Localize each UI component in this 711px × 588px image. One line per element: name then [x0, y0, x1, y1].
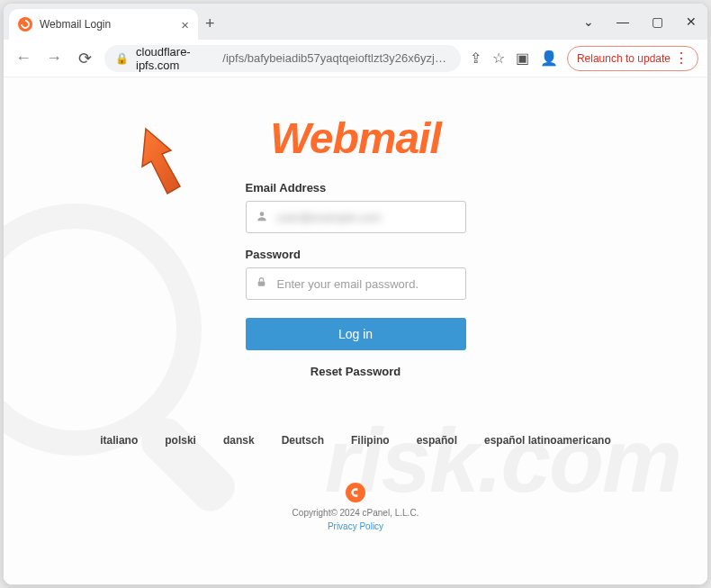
extensions-icon[interactable]: ▣ [516, 50, 529, 67]
share-icon[interactable]: ⇪ [470, 50, 482, 67]
nav-reload-button[interactable]: ⟳ [74, 49, 95, 68]
password-input-wrap[interactable] [246, 267, 466, 300]
user-icon [247, 210, 277, 225]
tab-close-icon[interactable]: × [181, 17, 189, 32]
reset-password-link[interactable]: Reset Password [310, 365, 400, 378]
lang-link[interactable]: Deutsch [282, 434, 324, 447]
lang-link[interactable]: dansk [223, 434, 255, 447]
window-minimize-button[interactable]: — [614, 14, 632, 29]
relaunch-label: Relaunch to update [577, 52, 670, 65]
address-bar[interactable]: 🔒 cloudflare-ipfs.com/ipfs/bafybeiadib57… [104, 45, 461, 72]
lang-link[interactable]: italiano [100, 434, 138, 447]
favicon-cpanel-icon [18, 17, 32, 32]
copyright-line: Copyright© 2024 cPanel, L.L.C. [292, 508, 419, 518]
copyright-text: Copyright© 2024 cPanel, L.L.C. Privacy P… [292, 506, 419, 533]
profile-icon[interactable]: 👤 [540, 50, 558, 67]
tab-title: Webmail Login [40, 18, 174, 31]
lock-field-icon [247, 276, 277, 291]
url-path: /ipfs/bafybeiadib57yaqtqeioftlzt3y26x6yz… [222, 51, 450, 65]
lang-link[interactable]: Filipino [351, 434, 390, 447]
privacy-link[interactable]: Privacy Policy [328, 521, 383, 531]
menu-dots-icon: ⋮ [674, 51, 688, 66]
lang-link[interactable]: polski [165, 434, 196, 447]
tab-list-dropdown-icon[interactable]: ⌄ [580, 14, 598, 29]
toolbar-icons: ⇪ ☆ ▣ 👤 [470, 50, 558, 67]
email-label: Email Address [246, 181, 466, 194]
relaunch-button[interactable]: Relaunch to update ⋮ [567, 46, 698, 71]
email-field[interactable] [277, 202, 465, 232]
login-page: Webmail Email Address Password Lo [4, 77, 707, 584]
new-tab-button[interactable]: + [205, 14, 215, 33]
password-label: Password [246, 248, 466, 261]
language-row: italiano polski dansk Deutsch Filipino e… [100, 434, 610, 447]
titlebar: Webmail Login × + ⌄ — ▢ ✕ [4, 4, 707, 40]
window-close-button[interactable]: ✕ [682, 14, 700, 29]
browser-window: Webmail Login × + ⌄ — ▢ ✕ ← → ⟳ 🔒 cloudf… [3, 3, 708, 585]
svg-point-0 [259, 212, 264, 216]
svg-rect-1 [258, 281, 266, 285]
page-content: risk.com Webmail Email Address Password [4, 77, 707, 584]
address-bar-row: ← → ⟳ 🔒 cloudflare-ipfs.com/ipfs/bafybei… [4, 40, 707, 77]
nav-back-button[interactable]: ← [13, 49, 34, 68]
window-maximize-button[interactable]: ▢ [648, 14, 666, 29]
lock-icon: 🔒 [115, 52, 129, 65]
email-input-wrap[interactable] [246, 201, 466, 233]
browser-tab[interactable]: Webmail Login × [9, 9, 198, 40]
bookmark-star-icon[interactable]: ☆ [492, 50, 505, 67]
cpanel-logo-icon [346, 483, 365, 502]
lang-link[interactable]: español latinoamericano [484, 434, 611, 447]
window-controls: ⌄ — ▢ ✕ [580, 4, 700, 40]
lang-link[interactable]: español [417, 434, 457, 447]
login-form: Email Address Password [246, 181, 466, 314]
webmail-logo: Webmail [270, 113, 441, 163]
footer: Copyright© 2024 cPanel, L.L.C. Privacy P… [292, 483, 419, 533]
login-button[interactable]: Log in [246, 318, 466, 350]
url-domain: cloudflare-ipfs.com [136, 45, 215, 72]
password-field[interactable] [277, 268, 465, 299]
nav-forward-button[interactable]: → [43, 49, 65, 68]
